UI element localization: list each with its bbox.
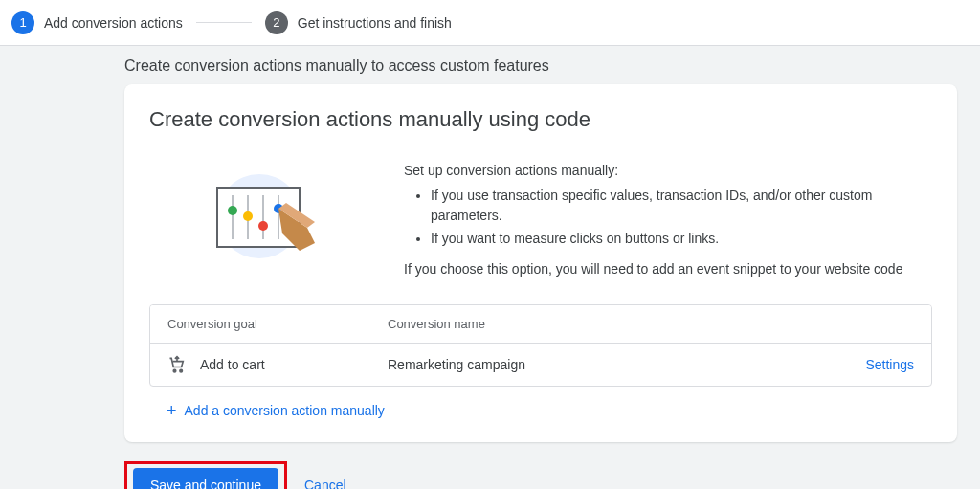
desc-bullet-1: If you use transaction specific values, … — [431, 186, 932, 227]
illustration — [149, 161, 369, 276]
step-2[interactable]: 2 Get instructions and finish — [265, 11, 452, 34]
svg-point-11 — [180, 370, 183, 373]
step-divider — [196, 22, 252, 23]
page-subtitle: Create conversion actions manually to ac… — [0, 46, 980, 84]
step-2-label: Get instructions and finish — [298, 15, 452, 31]
step-1-label: Add conversion actions — [44, 15, 183, 31]
row-settings-link[interactable]: Settings — [799, 357, 914, 372]
svg-point-8 — [258, 221, 268, 231]
add-conversion-action-button[interactable]: + Add a conversion action manually — [149, 387, 932, 421]
svg-point-6 — [228, 206, 237, 215]
plus-icon: + — [167, 402, 177, 419]
table-row: Add to cart Remarketing campaign Setting… — [150, 344, 931, 386]
row-goal: Add to cart — [200, 357, 265, 372]
add-action-label: Add a conversion action manually — [185, 403, 385, 418]
step-1-number: 1 — [11, 11, 34, 34]
card-title: Create conversion actions manually using… — [149, 107, 932, 132]
card-description: Set up conversion actions manually: If y… — [404, 161, 932, 279]
svg-point-7 — [243, 211, 253, 221]
step-2-number: 2 — [265, 11, 288, 34]
desc-bullet-2: If you want to measure clicks on buttons… — [431, 229, 932, 250]
footer-actions: Save and continue Cancel — [124, 461, 980, 489]
cancel-button[interactable]: Cancel — [304, 478, 346, 489]
svg-point-10 — [173, 370, 176, 373]
manual-conversion-card: Create conversion actions manually using… — [124, 84, 957, 442]
card-content-row: Set up conversion actions manually: If y… — [149, 161, 932, 279]
th-name: Conversion name — [388, 317, 799, 331]
desc-intro: Set up conversion actions manually: — [404, 161, 932, 182]
cart-icon — [167, 355, 187, 374]
table-header: Conversion goal Conversion name — [150, 305, 931, 344]
slider-hand-icon — [183, 161, 336, 276]
conversion-table: Conversion goal Conversion name Add to c… — [149, 304, 932, 387]
row-name: Remarketing campaign — [388, 357, 799, 372]
desc-note: If you choose this option, you will need… — [404, 259, 932, 280]
step-1[interactable]: 1 Add conversion actions — [11, 11, 183, 34]
th-goal: Conversion goal — [167, 317, 388, 331]
stepper: 1 Add conversion actions 2 Get instructi… — [0, 0, 980, 46]
highlight-box: Save and continue — [124, 461, 287, 489]
save-continue-button[interactable]: Save and continue — [133, 468, 278, 489]
